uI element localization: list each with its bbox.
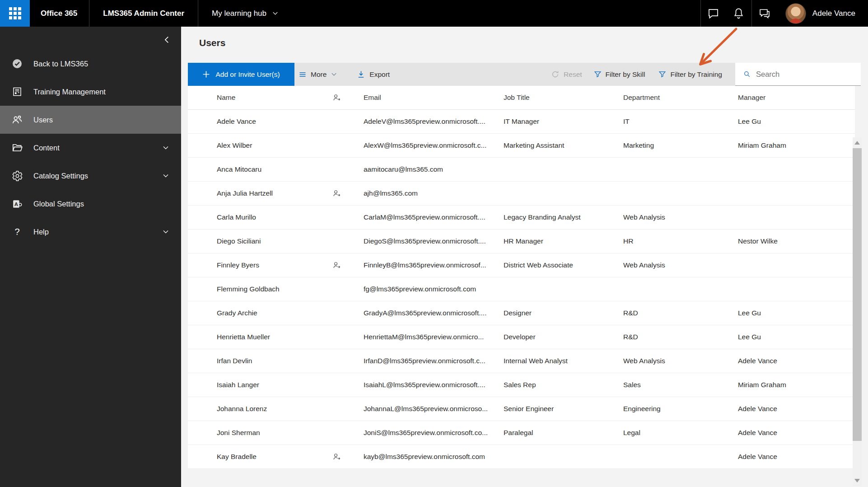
vertical-scrollbar[interactable] [853,137,862,486]
sidebar-item-back-to-lms365[interactable]: Back to LMS365 [0,50,181,78]
cell-department: R&D [623,333,738,341]
invited-icon-cell [331,333,364,342]
scroll-down-arrow-icon[interactable] [854,479,860,482]
users-table: Name Email Job Title Department Manager … [188,86,855,469]
cell-name[interactable]: Carla Murillo [217,213,331,221]
invited-icon-cell [331,261,364,270]
table-row[interactable]: Adele Vance AdeleV@lms365preview.onmicro… [188,110,855,134]
sidebar-item-help[interactable]: ? Help [0,218,181,246]
sidebar-item-content[interactable]: Content [0,134,181,162]
cell-email[interactable]: JoniS@lms365preview.onmicrosoft.co... [364,429,504,437]
search-input[interactable] [756,70,855,79]
column-header-email[interactable]: Email [364,94,504,102]
chat-button[interactable] [701,0,726,27]
current-user-name[interactable]: Adele Vance [812,9,868,18]
cell-name[interactable]: Diego Siciliani [217,237,331,245]
collapse-sidebar-button[interactable] [159,32,175,47]
cell-name[interactable]: Henrietta Mueller [217,333,331,341]
cell-manager: Lee Gu [738,333,855,341]
brand-office365[interactable]: Office 365 [30,9,89,18]
cell-email[interactable]: IrfanD@lms365preview.onmicrosoft.c... [364,357,504,365]
search-box[interactable] [735,63,861,86]
more-button[interactable]: More [299,70,337,79]
sidebar-item-global-settings[interactable]: A Global Settings [0,190,181,218]
cell-name[interactable]: Joni Sherman [217,429,331,437]
cell-name[interactable]: Grady Archie [217,309,331,317]
cell-name[interactable]: Kay Bradelle [217,453,331,461]
reset-button[interactable]: Reset [551,70,582,79]
avatar[interactable] [785,3,806,24]
table-row[interactable]: Henrietta Mueller HenriettaM@lms365previ… [188,325,855,349]
cell-email[interactable]: HenriettaM@lms365preview.onmicro... [364,333,504,341]
gear-icon [11,170,23,182]
add-or-invite-users-button[interactable]: Add or Invite User(s) [188,63,294,86]
table-row[interactable]: Finnley Byers FinnleyB@lms365preview.onm… [188,253,855,277]
learning-hub-menu[interactable]: My learning hub [198,9,287,18]
cell-name[interactable]: Adele Vance [217,117,331,126]
cell-name[interactable]: Finnley Byers [217,261,331,269]
column-header-manager[interactable]: Manager [738,94,855,102]
table-row[interactable]: Grady Archie GradyA@lms365preview.onmicr… [188,301,855,325]
column-header-name[interactable]: Name [217,94,331,102]
lms365-admin-window: { "topbar": { "brand": "Office 365", "ad… [0,0,868,487]
cell-email[interactable]: CarlaM@lms365preview.onmicrosoft.... [364,213,504,221]
table-row[interactable]: Carla Murillo CarlaM@lms365preview.onmic… [188,206,855,229]
cell-job-title: Legacy Branding Analyst [504,213,623,221]
scroll-up-arrow-icon[interactable] [854,141,860,145]
sidebar-item-users[interactable]: Users [0,106,181,134]
table-row[interactable]: Flemming Goldbach fg@lms365preview.onmic… [188,277,855,301]
sidebar-item-catalog-settings[interactable]: Catalog Settings [0,162,181,190]
chevron-down-icon [272,10,279,17]
table-row[interactable]: Johanna Lorenz JohannaL@lms365preview.on… [188,397,855,421]
table-row[interactable]: Anja Julia Hartzell ajh@lms365.com [188,182,855,206]
cell-name[interactable]: Alex Wilber [217,141,331,150]
filter-by-training-button[interactable]: Filter by Training [658,70,722,79]
cell-email[interactable]: AlexW@lms365preview.onmicrosoft.c... [364,141,504,150]
column-header-job-title[interactable]: Job Title [504,94,623,102]
cell-job-title: Marketing Assistant [504,141,623,150]
invited-icon-cell [331,237,364,246]
admin-center-title[interactable]: LMS365 Admin Center [89,9,198,18]
table-row[interactable]: Kay Bradelle kayb@lms365preview.onmicros… [188,445,855,469]
invited-icon-cell [331,381,364,389]
cell-job-title: District Web Associate [504,261,623,269]
people-icon [11,114,23,126]
scrollbar-thumb[interactable] [853,148,862,441]
sidebar-item-training-management[interactable]: Training Management [0,78,181,106]
table-row[interactable]: Isaiah Langer IsaiahL@lms365preview.onmi… [188,373,855,397]
cell-name[interactable]: Anja Julia Hartzell [217,189,331,197]
app-launcher-button[interactable] [0,0,30,27]
cell-email[interactable]: GradyA@lms365preview.onmicrosoft.... [364,309,504,317]
cell-email[interactable]: fg@lms365preview.onmicrosoft.com [364,285,504,293]
column-header-department[interactable]: Department [623,94,738,102]
cell-job-title: Developer [504,333,623,341]
filter-by-skill-label: Filter by Skill [606,70,645,79]
cell-email[interactable]: IsaiahL@lms365preview.onmicrosoft.... [364,381,504,389]
cell-name[interactable]: Flemming Goldbach [217,285,331,293]
column-header-invited[interactable] [331,94,364,102]
cell-email[interactable]: JohannaL@lms365preview.onmicroso... [364,405,504,413]
cell-name[interactable]: Isaiah Langer [217,381,331,389]
cell-email[interactable]: kayb@lms365preview.onmicrosoft.com [364,453,504,461]
cell-email[interactable]: aamitocaru@lms365.com [364,165,504,173]
table-row[interactable]: Joni Sherman JoniS@lms365preview.onmicro… [188,421,855,445]
cell-email[interactable]: ajh@lms365.com [364,189,504,197]
notifications-button[interactable] [726,0,751,27]
invited-icon-cell [331,357,364,365]
table-row[interactable]: Alex Wilber AlexW@lms365preview.onmicros… [188,134,855,158]
sidebar-item-label: Global Settings [33,200,181,208]
cell-name[interactable]: Irfan Devlin [217,357,331,365]
cell-name[interactable]: Johanna Lorenz [217,405,331,413]
table-row[interactable]: Irfan Devlin IrfanD@lms365preview.onmicr… [188,349,855,373]
table-row[interactable]: Diego Siciliani DiegoS@lms365preview.onm… [188,229,855,253]
cell-email[interactable]: DiegoS@lms365preview.onmicrosoft.... [364,237,504,245]
invited-icon-cell [331,141,364,150]
invited-icon-cell [331,453,364,461]
feedback-button[interactable] [752,0,777,27]
cell-email[interactable]: FinnleyB@lms365preview.onmicrosof... [364,261,504,269]
table-row[interactable]: Anca Mitocaru aamitocaru@lms365.com [188,158,855,182]
cell-email[interactable]: AdeleV@lms365preview.onmicrosoft.... [364,117,504,126]
export-button[interactable]: Export [357,70,390,79]
cell-name[interactable]: Anca Mitocaru [217,165,331,173]
filter-by-skill-button[interactable]: Filter by Skill [594,70,645,79]
